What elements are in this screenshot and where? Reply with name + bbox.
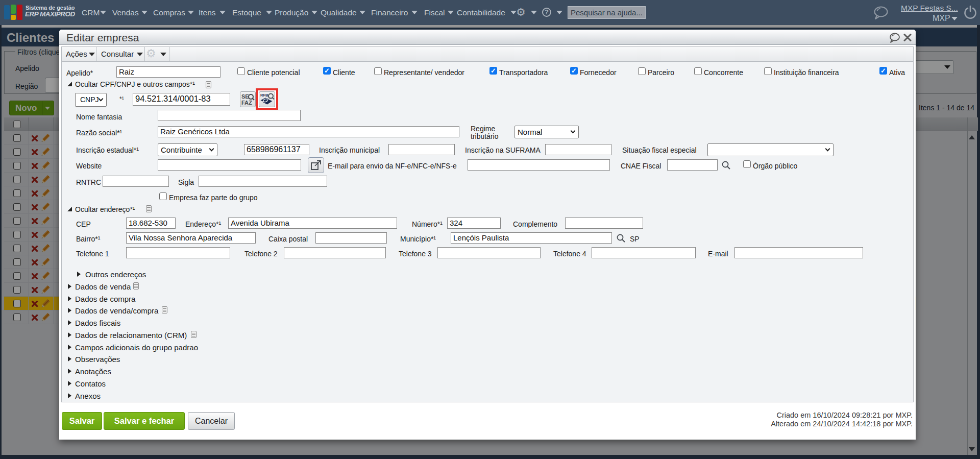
svg-text:SE: SE: [241, 93, 249, 100]
svg-text:RFB: RFB: [260, 93, 268, 98]
svg-text:FAZ: FAZ: [241, 100, 252, 106]
